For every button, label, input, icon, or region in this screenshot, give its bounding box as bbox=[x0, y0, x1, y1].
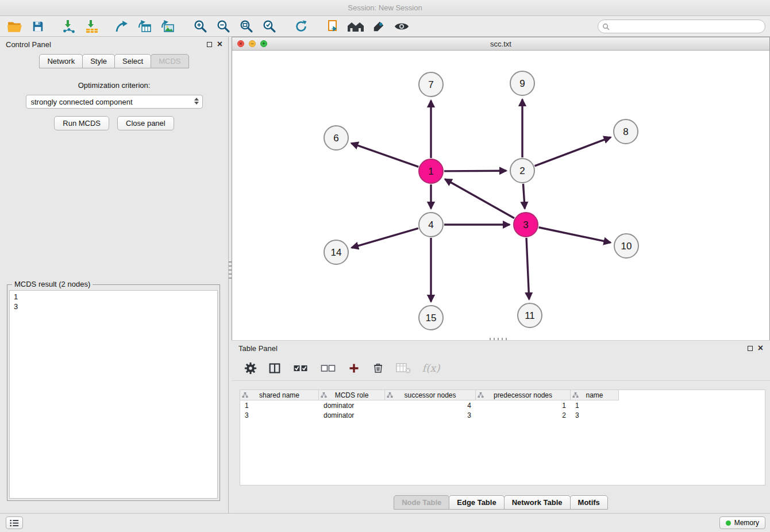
vertical-splitter[interactable] bbox=[229, 261, 232, 279]
function-builder-button[interactable]: f(x) bbox=[421, 360, 441, 377]
select-all-button[interactable] bbox=[291, 360, 310, 377]
table-cell[interactable]: 3 bbox=[571, 410, 619, 420]
table-cell[interactable]: 1 bbox=[240, 400, 319, 410]
float-table-panel-icon[interactable] bbox=[748, 346, 753, 351]
task-history-button[interactable] bbox=[6, 516, 23, 529]
zoom-selected-button[interactable] bbox=[257, 17, 280, 36]
new-network-icon bbox=[115, 20, 129, 33]
zoom-window-icon[interactable]: + bbox=[260, 40, 267, 47]
export-image-button[interactable] bbox=[156, 17, 179, 36]
add-column-button[interactable] bbox=[346, 360, 361, 377]
new-table-icon bbox=[138, 20, 152, 33]
memory-button[interactable]: Memory bbox=[719, 516, 765, 529]
eye-icon bbox=[394, 21, 409, 32]
table-row[interactable]: 1dominator411 bbox=[240, 400, 765, 410]
network-view-window: × − + scc.txt 7968124314101511 bbox=[232, 37, 770, 340]
table-cell[interactable]: 4 bbox=[385, 400, 476, 410]
mcds-result-list[interactable]: 1 3 bbox=[9, 290, 218, 499]
table-settings-button[interactable] bbox=[243, 360, 258, 377]
tab-network[interactable]: Network bbox=[39, 54, 83, 68]
run-mcds-button[interactable]: Run MCDS bbox=[54, 116, 109, 130]
table-cell[interactable]: dominator bbox=[319, 410, 385, 420]
column-header-name[interactable]: name bbox=[571, 390, 619, 400]
tab-node-table[interactable]: Node Table bbox=[394, 495, 449, 510]
tab-edge-table[interactable]: Edge Table bbox=[449, 495, 504, 510]
zoom-fit-button[interactable] bbox=[234, 17, 257, 36]
node-10[interactable]: 10 bbox=[614, 234, 638, 258]
import-table-button[interactable] bbox=[80, 17, 103, 36]
delete-column-button[interactable] bbox=[371, 360, 386, 377]
close-table-panel-icon[interactable]: × bbox=[758, 344, 763, 353]
search-input[interactable] bbox=[598, 20, 765, 33]
node-8[interactable]: 8 bbox=[614, 119, 638, 144]
open-session-button[interactable] bbox=[3, 17, 26, 36]
edge-1-6[interactable] bbox=[351, 143, 418, 167]
zoom-in-button[interactable] bbox=[188, 17, 211, 36]
save-session-button[interactable] bbox=[26, 17, 49, 36]
select-all-icon bbox=[293, 364, 309, 373]
column-header-predecessor-nodes[interactable]: predecessor nodes bbox=[476, 390, 571, 400]
edge-3-11[interactable] bbox=[526, 238, 529, 299]
deselect-all-button[interactable] bbox=[319, 360, 337, 377]
tab-network-table[interactable]: Network Table bbox=[504, 495, 571, 510]
criterion-select[interactable]: strongly connected component bbox=[26, 95, 203, 109]
import-network-icon bbox=[62, 20, 76, 33]
node-4[interactable]: 4 bbox=[419, 213, 443, 237]
delete-table-button[interactable] bbox=[395, 360, 412, 377]
table-cell[interactable]: 3 bbox=[240, 410, 319, 420]
apply-style-button[interactable] bbox=[367, 17, 390, 36]
node-11[interactable]: 11 bbox=[518, 303, 542, 327]
network-graph[interactable]: 7968124314101511 bbox=[232, 51, 769, 340]
folder-open-icon bbox=[7, 20, 22, 33]
edge-2-8[interactable] bbox=[535, 137, 611, 166]
home-layout-button[interactable] bbox=[344, 17, 367, 36]
node-7[interactable]: 7 bbox=[419, 72, 443, 97]
float-panel-icon[interactable] bbox=[207, 42, 212, 47]
tab-motifs[interactable]: Motifs bbox=[570, 495, 608, 510]
refresh-icon bbox=[294, 20, 308, 33]
node-2[interactable]: 2 bbox=[510, 159, 534, 183]
svg-text:11: 11 bbox=[525, 310, 535, 321]
minimize-icon[interactable]: − bbox=[249, 40, 256, 47]
close-icon[interactable]: × bbox=[237, 40, 244, 47]
close-panel-button[interactable]: Close panel bbox=[117, 116, 174, 130]
column-header-successor-nodes[interactable]: successor nodes bbox=[385, 390, 476, 400]
node-1[interactable]: 1 bbox=[419, 159, 443, 183]
new-table-button[interactable] bbox=[133, 17, 156, 36]
table-cell[interactable]: 3 bbox=[385, 410, 476, 420]
table-cell[interactable]: 1 bbox=[571, 400, 619, 410]
node-6[interactable]: 6 bbox=[324, 126, 348, 150]
column-header-MCDS-role[interactable]: MCDS role bbox=[319, 390, 385, 400]
import-network-button[interactable] bbox=[57, 17, 80, 36]
new-network-button[interactable] bbox=[110, 17, 133, 36]
toggle-visibility-button[interactable] bbox=[390, 17, 413, 36]
network-canvas[interactable]: 7968124314101511 bbox=[232, 51, 769, 340]
zoom-out-button[interactable] bbox=[211, 17, 234, 36]
table-cell[interactable]: 2 bbox=[476, 410, 571, 420]
criterion-value: strongly connected component bbox=[31, 98, 133, 106]
node-9[interactable]: 9 bbox=[510, 71, 534, 95]
zoom-out-icon bbox=[217, 20, 230, 33]
table-cell[interactable]: 1 bbox=[476, 400, 571, 410]
column-visibility-button[interactable] bbox=[267, 360, 282, 377]
copy-view-button[interactable] bbox=[321, 17, 344, 36]
table-cell[interactable]: dominator bbox=[319, 400, 385, 410]
node-3[interactable]: 3 bbox=[514, 213, 538, 237]
column-header-shared-name[interactable]: shared name bbox=[240, 390, 319, 400]
tab-style[interactable]: Style bbox=[82, 54, 115, 68]
edge-4-14[interactable] bbox=[352, 228, 418, 248]
node-15[interactable]: 15 bbox=[419, 306, 443, 330]
svg-text:3: 3 bbox=[523, 219, 528, 230]
node-14[interactable]: 14 bbox=[324, 240, 348, 264]
tab-mcds[interactable]: MCDS bbox=[151, 54, 188, 68]
edge-2-3[interactable] bbox=[523, 184, 525, 209]
edge-3-10[interactable] bbox=[539, 228, 611, 242]
window-titlebar[interactable]: Session: New Session bbox=[0, 0, 770, 16]
edge-3-1[interactable] bbox=[445, 179, 514, 218]
network-window-titlebar[interactable]: × − + scc.txt bbox=[232, 37, 769, 51]
close-panel-icon[interactable]: × bbox=[217, 40, 222, 49]
table-row[interactable]: 3dominator323 bbox=[240, 410, 765, 420]
edge-1-2[interactable] bbox=[444, 171, 506, 171]
refresh-layout-button[interactable] bbox=[290, 17, 313, 36]
tab-select[interactable]: Select bbox=[114, 54, 151, 68]
